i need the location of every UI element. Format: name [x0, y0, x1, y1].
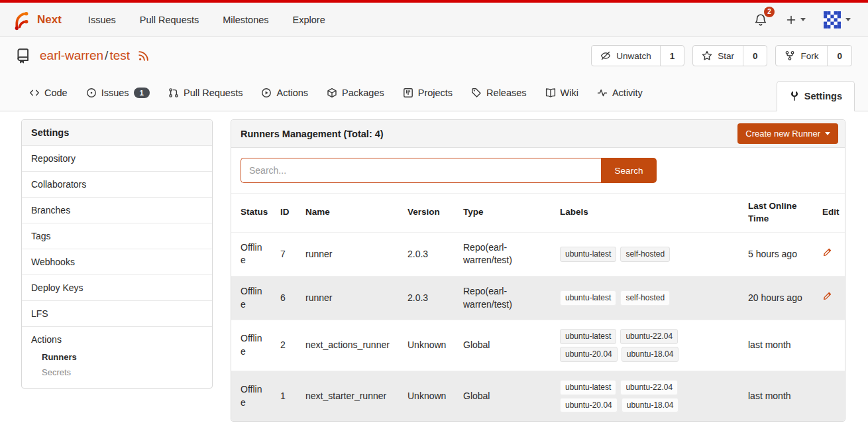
runners-table: Status ID Name Version Type Labels Last …: [231, 194, 845, 421]
col-labels: Labels: [553, 194, 741, 232]
runner-search-bar: Search: [231, 148, 845, 194]
user-menu-button[interactable]: [823, 11, 851, 29]
table-header-row: Status ID Name Version Type Labels Last …: [231, 194, 845, 232]
notifications-button[interactable]: 2: [753, 12, 769, 28]
forgejo-logo-link[interactable]: Next: [11, 9, 62, 30]
watch-button-group: Unwatch 1: [591, 45, 684, 66]
col-last-online: Last Online Time: [741, 194, 816, 232]
runner-labels: ubuntu-latest self-hosted: [560, 290, 692, 306]
tab-packages[interactable]: Packages: [317, 74, 394, 111]
col-name: Name: [299, 194, 401, 232]
stars-count[interactable]: 0: [743, 46, 767, 66]
create-menu-button[interactable]: [786, 15, 806, 25]
forks-count[interactable]: 0: [827, 46, 851, 66]
package-icon: [327, 88, 337, 98]
col-edit: Edit: [816, 194, 845, 232]
runner-id: 6: [274, 276, 299, 320]
project-board-icon: [403, 88, 413, 98]
sidebar-item-repository[interactable]: Repository: [22, 146, 212, 172]
label-chip: ubuntu-latest: [560, 329, 616, 344]
nav-item-issues[interactable]: Issues: [76, 15, 128, 25]
pencil-icon: [822, 247, 832, 257]
nav-item-explore[interactable]: Explore: [281, 15, 337, 25]
runner-status: Offline: [231, 276, 274, 320]
caret-down-icon: [800, 18, 806, 21]
runner-type: Repo(earl-warren/test): [457, 276, 553, 320]
repo-name-link[interactable]: test: [109, 48, 130, 62]
runner-type: Global: [457, 320, 553, 371]
pencil-icon: [822, 291, 832, 301]
repo-title: earl-warren/test: [15, 47, 150, 64]
repo-path-separator: /: [105, 48, 108, 62]
runner-name: runner: [299, 276, 401, 320]
rss-feed-button[interactable]: [138, 50, 150, 62]
label-chip: self-hosted: [620, 247, 670, 262]
issue-opened-icon: [86, 88, 97, 98]
runner-version: 2.0.3: [401, 232, 457, 276]
create-new-runner-button[interactable]: Create new Runner: [737, 123, 838, 144]
tab-releases[interactable]: Releases: [462, 74, 535, 111]
tab-settings[interactable]: Settings: [777, 81, 855, 111]
search-button[interactable]: Search: [601, 158, 657, 183]
runner-labels: ubuntu-latest ubuntu-22.04 ubuntu-20.04 …: [560, 380, 692, 413]
nav-item-milestones[interactable]: Milestones: [211, 15, 280, 25]
watchers-count[interactable]: 1: [660, 46, 684, 66]
play-circle-icon: [261, 88, 272, 98]
sidebar-item-tags[interactable]: Tags: [22, 223, 212, 249]
tab-wiki[interactable]: Wiki: [536, 74, 588, 111]
label-chip: ubuntu-latest: [560, 290, 616, 306]
caret-down-icon: [845, 18, 851, 21]
tab-projects[interactable]: Projects: [394, 74, 462, 111]
sidebar-item-actions[interactable]: Actions: [31, 334, 203, 345]
avatar: [823, 11, 841, 29]
repo-owner-link[interactable]: earl-warren: [40, 48, 103, 62]
runner-status: Offline: [231, 320, 274, 371]
caret-down-icon: [825, 132, 830, 135]
forgejo-logo-icon: [11, 9, 32, 30]
runner-id: 1: [274, 371, 299, 421]
star-button[interactable]: Star: [693, 46, 743, 66]
edit-runner-button[interactable]: [822, 291, 832, 301]
table-row: Offline 6 runner 2.0.3 Repo(earl-warren/…: [231, 276, 845, 320]
edit-runner-button[interactable]: [822, 247, 832, 257]
repo-tab-bar: Code Issues 1 Pull Requests Actions Pack…: [0, 74, 868, 111]
sidebar-group-actions: Actions Runners Secrets: [22, 327, 212, 388]
eye-slash-icon: [600, 50, 611, 61]
tab-code[interactable]: Code: [20, 74, 77, 111]
sidebar-item-branches[interactable]: Branches: [22, 198, 212, 223]
runner-version: Unknown: [401, 371, 457, 421]
runner-type: Global: [457, 371, 553, 421]
table-row: Offline 2 next_actions_runner Unknown Gl…: [231, 320, 845, 371]
runner-name: next_starter_runner: [299, 371, 401, 421]
fork-icon: [785, 50, 795, 61]
sidebar-subitem-runners[interactable]: Runners: [31, 349, 203, 365]
col-id: ID: [274, 194, 299, 232]
sidebar-subitem-secrets[interactable]: Secrets: [31, 365, 203, 380]
fork-button[interactable]: Fork: [776, 46, 827, 66]
runner-last-online: 20 hours ago: [741, 276, 816, 320]
runner-id: 7: [274, 232, 299, 276]
sidebar-item-webhooks[interactable]: Webhooks: [22, 249, 212, 275]
sidebar-item-deploy-keys[interactable]: Deploy Keys: [22, 275, 212, 301]
tab-issues[interactable]: Issues 1: [77, 74, 159, 111]
runner-version: Unknown: [401, 320, 457, 371]
runner-labels: ubuntu-latest self-hosted: [560, 247, 692, 262]
top-navbar: Next Issues Pull Requests Milestones Exp…: [0, 3, 868, 37]
runner-last-online: last month: [741, 371, 816, 421]
runner-status: Offline: [231, 232, 274, 276]
tab-pull-requests[interactable]: Pull Requests: [159, 74, 252, 111]
plus-icon: [786, 15, 796, 25]
sidebar-item-lfs[interactable]: LFS: [22, 301, 212, 327]
rss-icon: [138, 50, 150, 62]
runner-id: 2: [274, 320, 299, 371]
runner-last-online: last month: [741, 320, 816, 371]
label-chip: ubuntu-20.04: [560, 347, 618, 362]
nav-item-pull-requests[interactable]: Pull Requests: [128, 15, 211, 25]
tab-activity[interactable]: Activity: [588, 74, 652, 111]
search-input[interactable]: [241, 158, 601, 183]
fork-button-group: Fork 0: [775, 45, 852, 66]
unwatch-button[interactable]: Unwatch: [592, 46, 660, 66]
tab-actions[interactable]: Actions: [252, 74, 317, 111]
sidebar-item-collaborators[interactable]: Collaborators: [22, 172, 212, 198]
label-chip: ubuntu-22.04: [620, 329, 678, 344]
